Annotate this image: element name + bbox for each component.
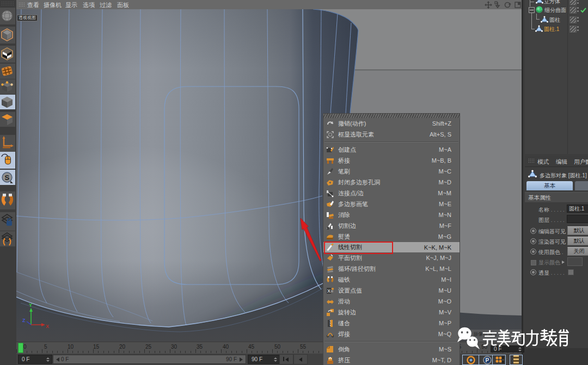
svg-text:P: P <box>485 357 489 363</box>
svg-text:X: X <box>46 324 49 329</box>
svg-text:Z: Z <box>22 318 26 323</box>
svg-text:S: S <box>5 174 10 182</box>
svg-text:Y: Y <box>29 302 32 308</box>
